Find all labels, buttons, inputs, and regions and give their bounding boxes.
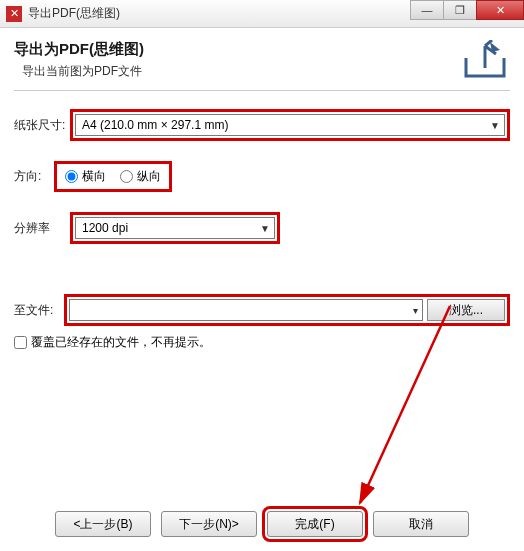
highlight-tofile: ▾ 浏览... — [64, 294, 510, 326]
orientation-row: 方向: 横向 纵向 — [14, 161, 510, 192]
window-title: 导出PDF(思维图) — [28, 5, 120, 22]
paper-size-select[interactable]: A4 (210.0 mm × 297.1 mm) ▼ — [75, 114, 505, 136]
highlight-resolution: 1200 dpi ▼ — [70, 212, 280, 244]
resolution-value: 1200 dpi — [82, 221, 128, 235]
resolution-select[interactable]: 1200 dpi ▼ — [75, 217, 275, 239]
maximize-button[interactable]: ❐ — [443, 0, 477, 20]
page-subtitle: 导出当前图为PDF文件 — [22, 63, 510, 80]
window-buttons: — ❐ ✕ — [411, 0, 524, 24]
close-button[interactable]: ✕ — [476, 0, 524, 20]
orientation-portrait-radio[interactable]: 纵向 — [120, 168, 161, 185]
portrait-radio-input[interactable] — [120, 170, 133, 183]
orientation-label: 方向: — [14, 168, 54, 185]
dropdown-arrow-icon: ▾ — [413, 305, 418, 316]
maximize-icon: ❐ — [455, 4, 465, 17]
titlebar: ✕ 导出PDF(思维图) — ❐ ✕ — [0, 0, 524, 28]
orientation-landscape-radio[interactable]: 横向 — [65, 168, 106, 185]
paper-size-label: 纸张尺寸: — [14, 117, 70, 134]
overwrite-label: 覆盖已经存在的文件，不再提示。 — [31, 334, 211, 351]
highlight-orientation: 横向 纵向 — [54, 161, 172, 192]
close-icon: ✕ — [496, 4, 505, 17]
footer-buttons: <上一步(B) 下一步(N)> 完成(F) 取消 — [0, 511, 524, 537]
tofile-row: 至文件: ▾ 浏览... — [14, 294, 510, 326]
overwrite-row: 覆盖已经存在的文件，不再提示。 — [14, 334, 510, 351]
dialog-window: ✕ 导出PDF(思维图) — ❐ ✕ 导出为PDF(思维图) 导出当前图为PDF… — [0, 0, 524, 551]
highlight-paper: A4 (210.0 mm × 297.1 mm) ▼ — [70, 109, 510, 141]
tofile-label: 至文件: — [14, 302, 64, 319]
dialog-content: 导出为PDF(思维图) 导出当前图为PDF文件 纸张尺寸: A4 (210.0 … — [0, 28, 524, 551]
cancel-button[interactable]: 取消 — [373, 511, 469, 537]
app-icon: ✕ — [6, 6, 22, 22]
next-button[interactable]: 下一步(N)> — [161, 511, 257, 537]
page-title: 导出为PDF(思维图) — [14, 40, 510, 59]
dropdown-arrow-icon: ▼ — [490, 120, 500, 131]
dropdown-arrow-icon: ▼ — [260, 223, 270, 234]
portrait-radio-label: 纵向 — [137, 168, 161, 185]
header-block: 导出为PDF(思维图) 导出当前图为PDF文件 — [14, 40, 510, 91]
overwrite-checkbox[interactable] — [14, 336, 27, 349]
back-button[interactable]: <上一步(B) — [55, 511, 151, 537]
minimize-button[interactable]: — — [410, 0, 444, 20]
finish-button[interactable]: 完成(F) — [267, 511, 363, 537]
orientation-radio-group: 横向 纵向 — [59, 166, 167, 187]
tofile-input[interactable]: ▾ — [69, 299, 423, 321]
resolution-label: 分辨率 — [14, 220, 70, 237]
export-icon — [462, 40, 508, 80]
paper-size-row: 纸张尺寸: A4 (210.0 mm × 297.1 mm) ▼ — [14, 109, 510, 141]
paper-size-value: A4 (210.0 mm × 297.1 mm) — [82, 118, 228, 132]
browse-button[interactable]: 浏览... — [427, 299, 505, 321]
resolution-row: 分辨率 1200 dpi ▼ — [14, 212, 510, 244]
minimize-icon: — — [422, 4, 433, 16]
landscape-radio-input[interactable] — [65, 170, 78, 183]
landscape-radio-label: 横向 — [82, 168, 106, 185]
